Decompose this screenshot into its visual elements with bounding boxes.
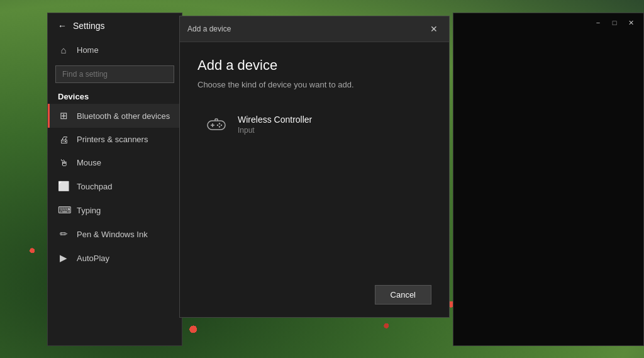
sidebar-item-touchpad-label: Touchpad	[77, 182, 112, 191]
device-option-wireless-controller[interactable]: Wireless Controller Input	[197, 104, 431, 145]
home-icon: ⌂	[58, 45, 69, 55]
device-option-type: Input	[238, 126, 312, 135]
sidebar-item-autoplay-label: AutoPlay	[77, 254, 109, 263]
dialog-titlebar-text: Add a device	[187, 25, 231, 33]
search-input[interactable]	[55, 65, 174, 83]
sidebar-item-bluetooth[interactable]: ⊞ Bluetooth & other devices	[48, 104, 182, 128]
sidebar-item-mouse-label: Mouse	[77, 158, 101, 167]
dialog-body: Add a device Choose the kind of device y…	[180, 42, 449, 277]
svg-point-5	[217, 125, 218, 126]
sidebar-item-pen-label: Pen & Windows Ink	[77, 230, 148, 239]
section-devices-label: Devices	[48, 87, 182, 104]
back-button[interactable]: ←	[58, 21, 67, 31]
dialog-titlebar: Add a device ✕	[180, 16, 449, 42]
svg-point-6	[219, 126, 220, 127]
settings-header: ← Settings	[48, 13, 182, 38]
device-option-name: Wireless Controller	[238, 115, 312, 125]
sidebar-item-typing-label: Typing	[77, 206, 101, 215]
bluetooth-icon: ⊞	[58, 110, 69, 121]
right-panel: − □ ✕	[453, 13, 644, 346]
dialog-footer: Cancel	[180, 277, 449, 317]
svg-point-4	[221, 125, 222, 126]
dialog-heading: Add a device	[197, 57, 431, 74]
device-icon-wrap	[205, 113, 228, 136]
sidebar-item-mouse[interactable]: 🖱 Mouse	[48, 151, 182, 174]
device-info: Wireless Controller Input	[238, 115, 312, 135]
sidebar-item-pen[interactable]: ✏ Pen & Windows Ink	[48, 222, 182, 246]
settings-title: Settings	[73, 21, 105, 31]
mouse-icon: 🖱	[58, 157, 69, 168]
sidebar-item-home[interactable]: ⌂ Home	[48, 38, 182, 62]
add-device-dialog: Add a device ✕ Add a device Choose the k…	[179, 16, 450, 318]
minimize-button[interactable]: −	[591, 17, 606, 28]
typing-icon: ⌨	[58, 204, 69, 216]
settings-window: ← Settings ⌂ Home Devices ⊞ Bluetooth & …	[47, 13, 182, 346]
cancel-button[interactable]: Cancel	[375, 285, 431, 305]
sidebar-item-typing[interactable]: ⌨ Typing	[48, 198, 182, 222]
autoplay-icon: ▶	[58, 252, 69, 264]
sidebar-item-touchpad[interactable]: ⬜ Touchpad	[48, 174, 182, 198]
home-label: Home	[77, 45, 99, 55]
right-panel-titlebar: − □ ✕	[453, 13, 643, 32]
gamepad-icon	[206, 115, 226, 135]
dialog-subtitle: Choose the kind of device you want to ad…	[197, 80, 431, 89]
close-button[interactable]: ✕	[623, 17, 638, 28]
svg-rect-0	[208, 121, 225, 130]
sidebar-item-autoplay[interactable]: ▶ AutoPlay	[48, 246, 182, 270]
sidebar-item-bluetooth-label: Bluetooth & other devices	[77, 111, 170, 121]
touchpad-icon: ⬜	[58, 181, 69, 192]
svg-point-3	[219, 123, 220, 124]
pen-icon: ✏	[58, 228, 69, 240]
maximize-button[interactable]: □	[607, 17, 622, 28]
dialog-close-button[interactable]: ✕	[426, 21, 441, 36]
printer-icon: 🖨	[58, 134, 69, 145]
sidebar-item-printers[interactable]: 🖨 Printers & scanners	[48, 128, 182, 151]
sidebar-item-printers-label: Printers & scanners	[77, 135, 148, 144]
